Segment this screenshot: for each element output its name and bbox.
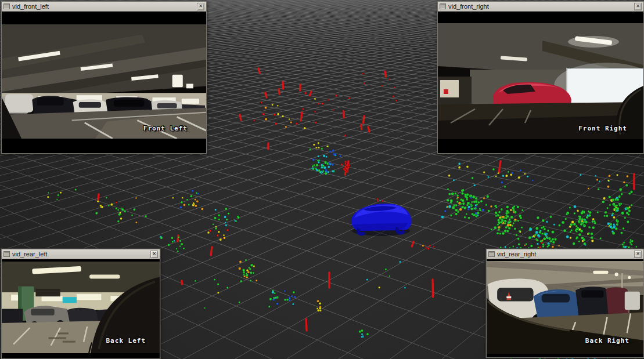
camera-label: Back Right	[585, 337, 629, 345]
window-icon	[440, 3, 446, 9]
titlebar-vid-rear-left[interactable]: vid_rear_left ✕	[2, 249, 160, 259]
close-icon: ✕	[636, 3, 640, 9]
close-icon: ✕	[199, 3, 203, 9]
camera-label: Back Left	[106, 337, 146, 345]
camera-label: Front Right	[578, 125, 627, 132]
front-right-garage-image	[438, 23, 643, 139]
window-icon	[488, 251, 495, 257]
window-vid-rear-right: vid_rear_right ✕	[486, 249, 644, 358]
close-icon: ✕	[152, 251, 156, 256]
window-icon	[3, 3, 10, 9]
window-icon	[3, 251, 10, 257]
camera-label: Front Left	[143, 125, 188, 132]
ego-vehicle-model	[346, 193, 415, 238]
camera-feed-front-right: Front Right	[438, 12, 643, 153]
close-button[interactable]: ✕	[634, 3, 642, 10]
close-icon: ✕	[636, 251, 640, 256]
camera-feed-rear-right: Back Right	[487, 259, 643, 357]
window-vid-front-right: vid_front_right ✕	[437, 1, 644, 154]
front-left-garage-image	[2, 24, 206, 139]
window-title: vid_front_right	[448, 2, 489, 11]
titlebar-vid-rear-right[interactable]: vid_rear_right ✕	[487, 249, 643, 259]
titlebar-vid-front-right[interactable]: vid_front_right ✕	[438, 2, 643, 12]
close-button[interactable]: ✕	[634, 251, 642, 258]
window-title: vid_front_left	[12, 2, 49, 11]
camera-feed-rear-left: Back Left	[2, 259, 160, 358]
close-button[interactable]: ✕	[150, 251, 158, 258]
window-vid-front-left: vid_front_left ✕	[1, 1, 207, 154]
camera-feed-front-left: Front Left	[2, 12, 206, 153]
sensor-visualization-app: vid_front_left ✕	[0, 0, 644, 359]
window-vid-rear-left: vid_rear_left ✕	[1, 249, 160, 359]
window-title: vid_rear_right	[497, 250, 536, 259]
window-title: vid_rear_left	[12, 250, 48, 259]
close-button[interactable]: ✕	[197, 3, 204, 10]
titlebar-vid-front-left[interactable]: vid_front_left ✕	[2, 2, 206, 12]
